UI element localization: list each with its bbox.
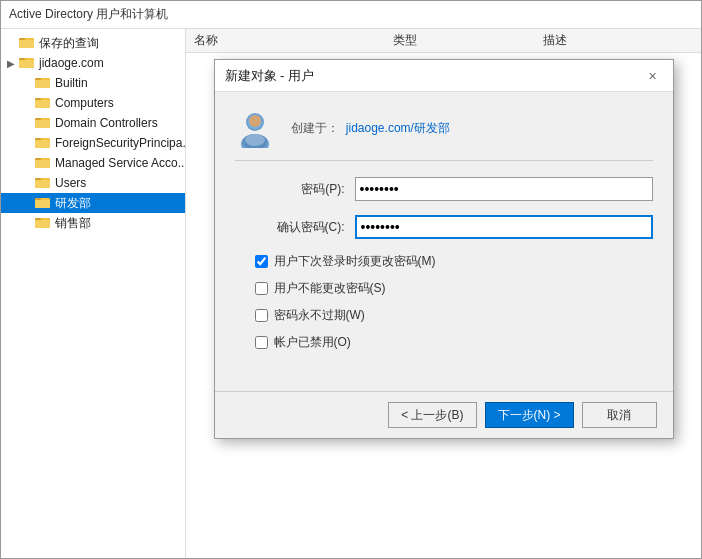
sidebar-item-users[interactable]: Users bbox=[1, 173, 185, 193]
never-expire-row: 密码永不过期(W) bbox=[235, 307, 653, 324]
svg-rect-28 bbox=[35, 218, 41, 220]
next-button[interactable]: 下一步(N) > bbox=[485, 402, 574, 428]
expander-yanfa bbox=[21, 197, 33, 209]
dialog-body: 创建于： jidaoge.com/研发部 密码(P): 确认密码(C): bbox=[215, 92, 673, 391]
sidebar-label-users: Users bbox=[55, 176, 86, 190]
created-at-value: jidaoge.com/研发部 bbox=[346, 121, 450, 135]
must-change-checkbox[interactable] bbox=[255, 255, 268, 268]
svg-rect-13 bbox=[35, 118, 41, 120]
svg-rect-2 bbox=[19, 40, 34, 48]
never-expire-label[interactable]: 密码永不过期(W) bbox=[274, 307, 365, 324]
created-at-label: 创建于： bbox=[291, 121, 339, 135]
sidebar-item-managed-service[interactable]: Managed Service Acco... bbox=[1, 153, 185, 173]
expander-computers bbox=[21, 97, 33, 109]
sidebar-label-yanfa: 研发部 bbox=[55, 195, 91, 212]
never-expire-checkbox[interactable] bbox=[255, 309, 268, 322]
cancel-button[interactable]: 取消 bbox=[582, 402, 657, 428]
folder-icon-domain-controllers bbox=[35, 115, 51, 132]
sidebar-item-xiaoshou[interactable]: 销售部 bbox=[1, 213, 185, 233]
main-window: Active Directory 用户和计算机 保存的查询▶ jidaoge.c… bbox=[0, 0, 702, 559]
folder-icon-users bbox=[35, 175, 51, 192]
content-area: 保存的查询▶ jidaoge.com Builtin Computers Dom… bbox=[1, 29, 701, 558]
must-change-label[interactable]: 用户下次登录时须更改密码(M) bbox=[274, 253, 436, 270]
folder-icon-foreign-security bbox=[35, 135, 51, 152]
sidebar-label-foreign-security: ForeignSecurityPrincipa... bbox=[55, 136, 186, 150]
cannot-change-label[interactable]: 用户不能更改密码(S) bbox=[274, 280, 386, 297]
expander-builtin bbox=[21, 77, 33, 89]
svg-rect-5 bbox=[19, 60, 34, 68]
expander-xiaoshou bbox=[21, 217, 33, 229]
sidebar-label-builtin: Builtin bbox=[55, 76, 88, 90]
password-input[interactable] bbox=[355, 177, 653, 201]
sidebar-label-xiaoshou: 销售部 bbox=[55, 215, 91, 232]
confirm-input[interactable] bbox=[355, 215, 653, 239]
window-title: Active Directory 用户和计算机 bbox=[9, 6, 168, 23]
svg-rect-14 bbox=[35, 120, 50, 128]
folder-icon-builtin bbox=[35, 75, 51, 92]
password-label: 密码(P): bbox=[235, 181, 355, 198]
confirm-row: 确认密码(C): bbox=[235, 215, 653, 239]
cannot-change-checkbox[interactable] bbox=[255, 282, 268, 295]
folder-icon-yanfa bbox=[35, 195, 51, 212]
svg-rect-25 bbox=[35, 198, 41, 200]
svg-rect-17 bbox=[35, 140, 50, 148]
back-button[interactable]: < 上一步(B) bbox=[388, 402, 476, 428]
expander-saved-queries bbox=[5, 37, 17, 49]
folder-icon-jidaoge-com bbox=[19, 55, 35, 72]
dialog-info: 创建于： jidaoge.com/研发部 bbox=[291, 120, 450, 137]
svg-rect-23 bbox=[35, 180, 50, 188]
svg-point-33 bbox=[249, 115, 261, 127]
sidebar-item-computers[interactable]: Computers bbox=[1, 93, 185, 113]
svg-rect-7 bbox=[35, 78, 41, 80]
account-disabled-label[interactable]: 帐户已禁用(O) bbox=[274, 334, 351, 351]
sidebar-item-jidaoge-com[interactable]: ▶ jidaoge.com bbox=[1, 53, 185, 73]
sidebar-item-saved-queries[interactable]: 保存的查询 bbox=[1, 33, 185, 53]
sidebar-item-yanfa[interactable]: 研发部 bbox=[1, 193, 185, 213]
svg-rect-11 bbox=[35, 100, 50, 108]
sidebar-item-domain-controllers[interactable]: Domain Controllers bbox=[1, 113, 185, 133]
expander-foreign-security bbox=[21, 137, 33, 149]
svg-rect-16 bbox=[35, 138, 41, 140]
cannot-change-row: 用户不能更改密码(S) bbox=[235, 280, 653, 297]
folder-icon-xiaoshou bbox=[35, 215, 51, 232]
dialog-close-button[interactable]: × bbox=[643, 66, 663, 86]
sidebar-item-builtin[interactable]: Builtin bbox=[1, 73, 185, 93]
sidebar-label-computers: Computers bbox=[55, 96, 114, 110]
title-bar: Active Directory 用户和计算机 bbox=[1, 1, 701, 29]
svg-rect-8 bbox=[35, 80, 50, 88]
account-disabled-checkbox[interactable] bbox=[255, 336, 268, 349]
dialog-footer: < 上一步(B) 下一步(N) > 取消 bbox=[215, 391, 673, 438]
must-change-row: 用户下次登录时须更改密码(M) bbox=[235, 253, 653, 270]
svg-rect-22 bbox=[35, 178, 41, 180]
sidebar-label-managed-service: Managed Service Acco... bbox=[55, 156, 186, 170]
password-row: 密码(P): bbox=[235, 177, 653, 201]
svg-point-35 bbox=[245, 134, 265, 146]
confirm-label: 确认密码(C): bbox=[235, 219, 355, 236]
dialog-overlay: 新建对象 - 用户 × bbox=[186, 29, 701, 558]
sidebar-label-domain-controllers: Domain Controllers bbox=[55, 116, 158, 130]
folder-icon-saved-queries bbox=[19, 35, 35, 52]
folder-icon-computers bbox=[35, 95, 51, 112]
expander-users bbox=[21, 177, 33, 189]
svg-rect-19 bbox=[35, 158, 41, 160]
expander-jidaoge-com: ▶ bbox=[5, 57, 17, 69]
svg-rect-1 bbox=[19, 38, 25, 40]
expander-managed-service bbox=[21, 157, 33, 169]
svg-rect-10 bbox=[35, 98, 41, 100]
dialog-header-section: 创建于： jidaoge.com/研发部 bbox=[235, 108, 653, 161]
main-panel: 名称 类型 描述 新建对象 - 用户 × bbox=[186, 29, 701, 558]
dialog: 新建对象 - 用户 × bbox=[214, 59, 674, 439]
folder-icon-managed-service bbox=[35, 155, 51, 172]
expander-domain-controllers bbox=[21, 117, 33, 129]
user-icon bbox=[235, 108, 275, 148]
sidebar-label-saved-queries: 保存的查询 bbox=[39, 35, 99, 52]
dialog-title: 新建对象 - 用户 bbox=[225, 67, 315, 85]
sidebar-label-jidaoge-com: jidaoge.com bbox=[39, 56, 104, 70]
dialog-title-bar: 新建对象 - 用户 × bbox=[215, 60, 673, 92]
svg-rect-4 bbox=[19, 58, 25, 60]
sidebar: 保存的查询▶ jidaoge.com Builtin Computers Dom… bbox=[1, 29, 186, 558]
svg-rect-20 bbox=[35, 160, 50, 168]
account-disabled-row: 帐户已禁用(O) bbox=[235, 334, 653, 351]
sidebar-item-foreign-security[interactable]: ForeignSecurityPrincipa... bbox=[1, 133, 185, 153]
svg-rect-29 bbox=[35, 220, 50, 228]
